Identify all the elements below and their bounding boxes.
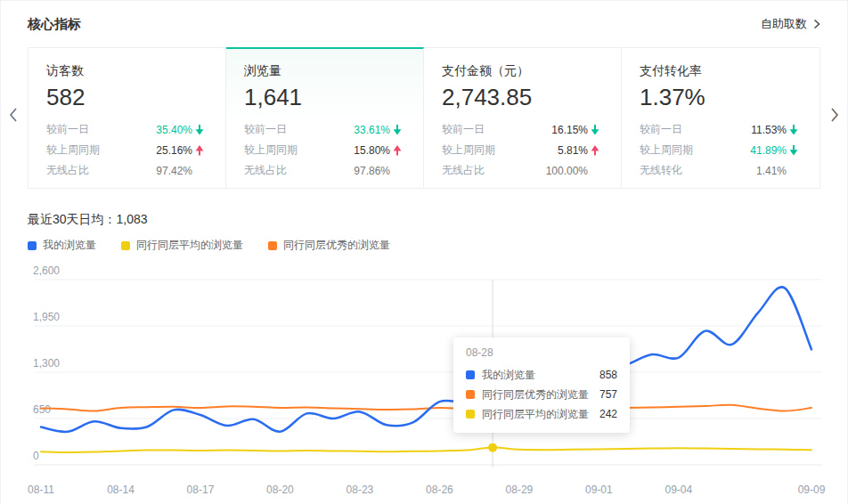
chevron-right-icon [830,107,839,123]
tooltip-series-value: 242 [599,408,617,420]
chart-tooltip: 08-28 我的浏览量 858 同行同层优秀的浏览量 757 同行同层平均的浏览… [453,337,630,433]
metric-row-value: 15.80% [354,144,390,157]
metric-cards-row: 访客数 582 较前一日 35.40% 较上周同期 25.16% 无线占比 97… [28,47,820,189]
metric-card-value: 1.37% [640,84,802,111]
tooltip-date: 08-28 [466,346,617,359]
metric-row-value: 97.86% [354,165,390,177]
trend-down-icon [591,125,599,135]
metric-row: 较上周同期 15.80% [244,140,405,160]
metric-row-value: 100.00% [546,165,588,177]
metric-card-2[interactable]: 支付金额（元） 2,743.85 较前一日 16.15% 较上周同期 5.81%… [424,48,622,188]
metric-row-label: 无线转化 [640,163,682,178]
x-axis-label: 08-20 [266,484,294,496]
metric-row-value: 33.61% [354,124,390,136]
metric-row: 较上周同期 25.16% [46,140,208,160]
tooltip-series-value: 858 [599,369,617,381]
section-header: 核心指标 自助取数 [1,1,847,47]
metric-row-label: 无线占比 [46,163,89,178]
metric-row-value: 97.42% [156,165,192,177]
x-axis-label: 08-11 [28,484,54,496]
trend-down-icon [393,125,402,135]
metric-row: 无线占比 100.00% [442,160,603,181]
line-chart[interactable]: 06501,3001,9502,60008-1108-1408-1708-200… [1,204,848,504]
x-axis-label: 08-14 [107,484,135,496]
metric-card-value: 1,641 [244,84,405,111]
metric-row-value: 25.16% [156,144,192,157]
metric-row-value: 1.41% [756,165,787,177]
carousel-next-button[interactable] [827,103,843,126]
trend-up-icon [393,145,402,156]
y-axis-label: 1,300 [33,357,60,370]
tooltip-row: 同行同层平均的浏览量 242 [466,404,617,424]
metric-row: 无线占比 97.86% [244,160,405,181]
self-service-label: 自助取数 [761,16,807,32]
carousel-prev-button[interactable] [5,103,21,126]
x-axis-label: 08-23 [347,484,374,496]
metric-card-rows: 较前一日 35.40% 较上周同期 25.16% 无线占比 97.42% [46,119,208,181]
metric-card-rows: 较前一日 33.61% 较上周同期 15.80% 无线占比 97.86% [244,119,405,181]
x-axis-label: 08-29 [506,484,534,496]
series-line-orange [41,405,811,411]
metric-row-label: 无线占比 [442,163,485,178]
metric-row-label: 较前一日 [46,122,89,137]
x-axis-label: 09-04 [665,484,693,496]
hover-dot [488,443,497,452]
metric-row: 较前一日 33.61% [244,119,405,140]
metric-row: 无线转化 1.41% [640,160,802,181]
metric-row-label: 较前一日 [244,122,287,137]
metric-row: 较上周同期 5.81% [442,140,603,160]
trend-down-icon [789,145,798,156]
metric-card-rows: 较前一日 16.15% 较上周同期 5.81% 无线占比 100.00% [442,119,603,181]
tooltip-row: 我的浏览量 858 [466,365,617,385]
metric-row-label: 较上周同期 [46,142,100,158]
metric-card-3[interactable]: 支付转化率 1.37% 较前一日 11.53% 较上周同期 41.89% 无线转… [622,48,819,188]
metric-row: 较前一日 35.40% [46,119,208,140]
metric-card-value: 2,743.85 [442,84,603,111]
y-axis-label: 1,950 [33,311,60,323]
x-axis-label: 08-26 [426,484,453,496]
metric-card-title: 浏览量 [244,63,405,79]
y-axis-label: 2,600 [33,264,60,277]
metric-row-label: 较前一日 [442,122,485,137]
x-axis-label: 09-09 [798,484,826,496]
tooltip-series-label: 同行同层优秀的浏览量 [482,387,589,402]
metric-card-0[interactable]: 访客数 582 较前一日 35.40% 较上周同期 25.16% 无线占比 97… [29,48,226,188]
tooltip-series-value: 757 [599,388,617,401]
metric-row: 较前一日 11.53% [640,119,802,140]
metric-row-label: 较上周同期 [442,142,495,158]
series-line-blue [41,287,811,432]
x-axis-label: 09-01 [585,484,613,496]
metric-row-value: 35.40% [156,124,192,136]
trend-up-icon [591,145,599,156]
metric-row-label: 较上周同期 [640,142,693,158]
tooltip-swatch-icon [466,370,475,379]
tooltip-series-label: 同行同层平均的浏览量 [482,407,589,422]
page-title: 核心指标 [28,16,81,33]
series-line-yellow [41,448,811,452]
metric-row-label: 较上周同期 [244,142,298,158]
tooltip-series-label: 我的浏览量 [482,368,535,383]
metric-card-rows: 较前一日 11.53% 较上周同期 41.89% 无线转化 1.41% [640,119,802,181]
metric-card-1[interactable]: 浏览量 1,641 较前一日 33.61% 较上周同期 15.80% 无线占比 … [226,47,424,187]
metric-row: 较前一日 16.15% [442,119,603,140]
metric-row-value: 41.89% [750,144,787,157]
metric-card-value: 582 [46,84,208,111]
metric-row: 较上周同期 41.89% [640,140,802,160]
metric-row-label: 无线占比 [244,163,287,178]
chevron-left-icon [9,107,18,123]
metric-row-value: 11.53% [751,124,787,136]
tooltip-row: 同行同层优秀的浏览量 757 [466,385,617,404]
x-axis-label: 08-17 [187,484,215,496]
tooltip-swatch-icon [466,390,475,399]
self-service-link[interactable]: 自助取数 [761,16,820,32]
tooltip-swatch-icon [466,410,475,419]
metric-card-title: 访客数 [46,63,208,79]
y-axis-label: 0 [33,450,39,462]
metric-row: 无线占比 97.42% [46,160,208,181]
trend-up-icon [195,145,204,156]
metric-row-label: 较前一日 [640,122,682,137]
metric-row-value: 5.81% [558,144,588,157]
chevron-right-icon [813,19,820,29]
trend-chart-section: 最近30天日均：1,083 我的浏览量 同行同层平均的浏览量 同行同层优秀的浏览… [1,204,848,504]
trend-down-icon [195,125,204,135]
